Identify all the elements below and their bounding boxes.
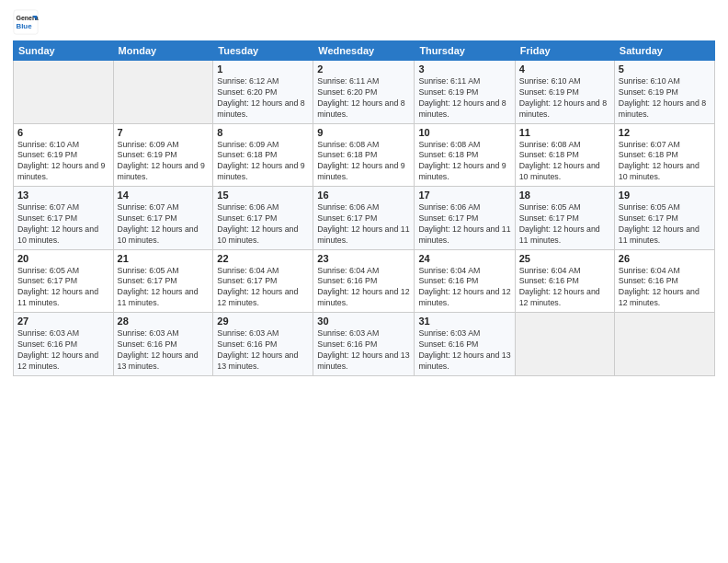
col-header-friday: Friday <box>515 41 614 61</box>
day-info: Sunrise: 6:04 AM Sunset: 6:16 PM Dayligh… <box>418 266 510 310</box>
day-number: 5 <box>619 63 711 75</box>
day-number: 17 <box>418 190 510 201</box>
day-cell: 24Sunrise: 6:04 AM Sunset: 6:16 PM Dayli… <box>415 249 515 313</box>
day-info: Sunrise: 6:03 AM Sunset: 6:16 PM Dayligh… <box>118 328 210 373</box>
day-number: 15 <box>217 190 309 201</box>
svg-text:Blue: Blue <box>17 22 33 30</box>
day-cell: 12Sunrise: 6:07 AM Sunset: 6:18 PM Dayli… <box>614 123 714 187</box>
day-info: Sunrise: 6:05 AM Sunset: 6:17 PM Dayligh… <box>118 266 210 310</box>
day-info: Sunrise: 6:04 AM Sunset: 6:17 PM Dayligh… <box>217 266 309 310</box>
day-info: Sunrise: 6:11 AM Sunset: 6:19 PM Dayligh… <box>418 76 510 121</box>
day-number: 6 <box>17 127 109 138</box>
day-cell: 14Sunrise: 6:07 AM Sunset: 6:17 PM Dayli… <box>113 187 213 250</box>
day-cell: 8Sunrise: 6:09 AM Sunset: 6:18 PM Daylig… <box>213 123 313 187</box>
day-info: Sunrise: 6:11 AM Sunset: 6:20 PM Dayligh… <box>317 76 410 121</box>
day-number: 3 <box>418 63 510 75</box>
day-number: 4 <box>519 63 610 75</box>
day-cell: 29Sunrise: 6:03 AM Sunset: 6:16 PM Dayli… <box>213 313 313 376</box>
day-info: Sunrise: 6:05 AM Sunset: 6:17 PM Dayligh… <box>519 202 610 247</box>
day-cell <box>14 61 114 124</box>
logo: General Blue <box>13 9 39 35</box>
day-info: Sunrise: 6:07 AM Sunset: 6:18 PM Dayligh… <box>619 140 711 184</box>
day-number: 20 <box>17 253 109 264</box>
day-number: 18 <box>519 190 610 201</box>
day-info: Sunrise: 6:03 AM Sunset: 6:16 PM Dayligh… <box>418 328 510 373</box>
day-cell: 11Sunrise: 6:08 AM Sunset: 6:18 PM Dayli… <box>515 123 614 187</box>
day-number: 2 <box>317 63 410 75</box>
col-header-monday: Monday <box>113 41 213 61</box>
day-cell: 15Sunrise: 6:06 AM Sunset: 6:17 PM Dayli… <box>213 187 313 250</box>
day-info: Sunrise: 6:10 AM Sunset: 6:19 PM Dayligh… <box>519 76 610 121</box>
day-number: 31 <box>418 316 510 327</box>
col-header-saturday: Saturday <box>614 41 714 61</box>
day-number: 30 <box>317 316 410 327</box>
day-cell: 20Sunrise: 6:05 AM Sunset: 6:17 PM Dayli… <box>14 249 114 313</box>
day-number: 28 <box>118 316 210 327</box>
day-cell: 31Sunrise: 6:03 AM Sunset: 6:16 PM Dayli… <box>415 313 515 376</box>
col-header-sunday: Sunday <box>14 41 114 61</box>
day-info: Sunrise: 6:04 AM Sunset: 6:16 PM Dayligh… <box>317 266 410 310</box>
day-number: 23 <box>317 253 410 264</box>
day-number: 24 <box>418 253 510 264</box>
day-info: Sunrise: 6:06 AM Sunset: 6:17 PM Dayligh… <box>418 202 510 247</box>
day-info: Sunrise: 6:08 AM Sunset: 6:18 PM Dayligh… <box>317 140 410 184</box>
day-cell: 13Sunrise: 6:07 AM Sunset: 6:17 PM Dayli… <box>14 187 114 250</box>
day-info: Sunrise: 6:10 AM Sunset: 6:19 PM Dayligh… <box>619 76 711 121</box>
calendar-table: SundayMondayTuesdayWednesdayThursdayFrid… <box>13 40 715 376</box>
day-info: Sunrise: 6:06 AM Sunset: 6:17 PM Dayligh… <box>317 202 410 247</box>
day-cell: 18Sunrise: 6:05 AM Sunset: 6:17 PM Dayli… <box>515 187 614 250</box>
day-cell: 10Sunrise: 6:08 AM Sunset: 6:18 PM Dayli… <box>415 123 515 187</box>
day-number: 9 <box>317 127 410 138</box>
day-cell: 27Sunrise: 6:03 AM Sunset: 6:16 PM Dayli… <box>14 313 114 376</box>
day-cell: 28Sunrise: 6:03 AM Sunset: 6:16 PM Dayli… <box>113 313 213 376</box>
day-cell: 9Sunrise: 6:08 AM Sunset: 6:18 PM Daylig… <box>313 123 415 187</box>
day-cell: 30Sunrise: 6:03 AM Sunset: 6:16 PM Dayli… <box>313 313 415 376</box>
page-header: General Blue <box>13 9 715 35</box>
day-cell: 25Sunrise: 6:04 AM Sunset: 6:16 PM Dayli… <box>515 249 614 313</box>
day-info: Sunrise: 6:03 AM Sunset: 6:16 PM Dayligh… <box>17 328 109 373</box>
day-info: Sunrise: 6:04 AM Sunset: 6:16 PM Dayligh… <box>619 266 711 310</box>
day-number: 1 <box>217 63 309 75</box>
day-info: Sunrise: 6:05 AM Sunset: 6:17 PM Dayligh… <box>619 202 711 247</box>
day-cell: 22Sunrise: 6:04 AM Sunset: 6:17 PM Dayli… <box>213 249 313 313</box>
day-cell <box>614 313 714 376</box>
day-number: 11 <box>519 127 610 138</box>
day-number: 13 <box>17 190 109 201</box>
logo-icon: General Blue <box>13 9 39 35</box>
col-header-wednesday: Wednesday <box>313 41 415 61</box>
day-number: 21 <box>118 253 210 264</box>
day-cell: 1Sunrise: 6:12 AM Sunset: 6:20 PM Daylig… <box>213 61 313 124</box>
day-info: Sunrise: 6:06 AM Sunset: 6:17 PM Dayligh… <box>217 202 309 247</box>
day-info: Sunrise: 6:08 AM Sunset: 6:18 PM Dayligh… <box>418 140 510 184</box>
day-info: Sunrise: 6:07 AM Sunset: 6:17 PM Dayligh… <box>17 202 109 247</box>
day-number: 26 <box>619 253 711 264</box>
day-cell: 2Sunrise: 6:11 AM Sunset: 6:20 PM Daylig… <box>313 61 415 124</box>
day-cell: 19Sunrise: 6:05 AM Sunset: 6:17 PM Dayli… <box>614 187 714 250</box>
day-number: 27 <box>17 316 109 327</box>
day-number: 10 <box>418 127 510 138</box>
day-number: 29 <box>217 316 309 327</box>
day-number: 22 <box>217 253 309 264</box>
day-cell: 7Sunrise: 6:09 AM Sunset: 6:19 PM Daylig… <box>113 123 213 187</box>
day-number: 8 <box>217 127 309 138</box>
day-number: 16 <box>317 190 410 201</box>
day-cell: 5Sunrise: 6:10 AM Sunset: 6:19 PM Daylig… <box>614 61 714 124</box>
week-row-3: 13Sunrise: 6:07 AM Sunset: 6:17 PM Dayli… <box>14 187 715 250</box>
day-info: Sunrise: 6:05 AM Sunset: 6:17 PM Dayligh… <box>17 266 109 310</box>
day-info: Sunrise: 6:07 AM Sunset: 6:17 PM Dayligh… <box>118 202 210 247</box>
week-row-4: 20Sunrise: 6:05 AM Sunset: 6:17 PM Dayli… <box>14 249 715 313</box>
day-cell: 21Sunrise: 6:05 AM Sunset: 6:17 PM Dayli… <box>113 249 213 313</box>
week-row-5: 27Sunrise: 6:03 AM Sunset: 6:16 PM Dayli… <box>14 313 715 376</box>
day-cell <box>515 313 614 376</box>
day-info: Sunrise: 6:09 AM Sunset: 6:18 PM Dayligh… <box>217 140 309 184</box>
day-number: 25 <box>519 253 610 264</box>
day-info: Sunrise: 6:03 AM Sunset: 6:16 PM Dayligh… <box>217 328 309 373</box>
day-cell <box>113 61 213 124</box>
day-info: Sunrise: 6:03 AM Sunset: 6:16 PM Dayligh… <box>317 328 410 373</box>
day-cell: 6Sunrise: 6:10 AM Sunset: 6:19 PM Daylig… <box>14 123 114 187</box>
day-cell: 16Sunrise: 6:06 AM Sunset: 6:17 PM Dayli… <box>313 187 415 250</box>
day-number: 12 <box>619 127 711 138</box>
day-number: 7 <box>118 127 210 138</box>
day-info: Sunrise: 6:09 AM Sunset: 6:19 PM Dayligh… <box>118 140 210 184</box>
week-row-2: 6Sunrise: 6:10 AM Sunset: 6:19 PM Daylig… <box>14 123 715 187</box>
